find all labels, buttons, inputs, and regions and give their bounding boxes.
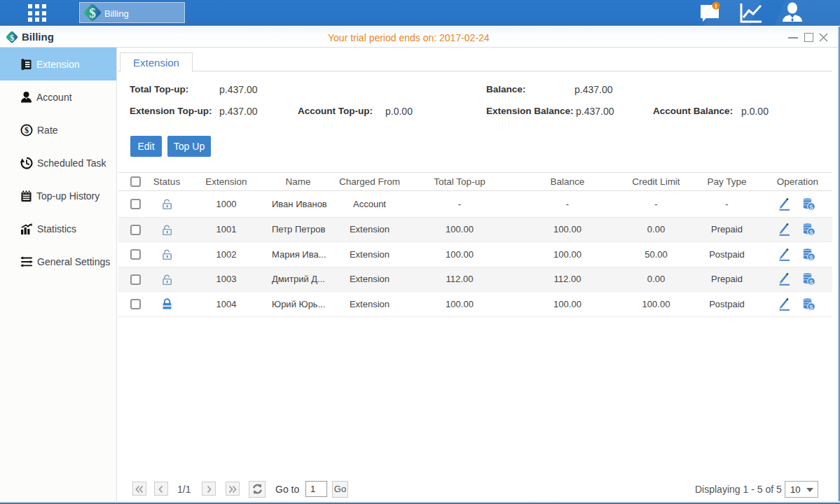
- svg-text:$: $: [809, 253, 813, 260]
- svg-text:$: $: [10, 33, 14, 43]
- svg-text:!: !: [715, 2, 717, 10]
- svg-text:$: $: [25, 125, 29, 135]
- svg-text:$: $: [809, 302, 813, 310]
- svg-text:$: $: [89, 6, 96, 20]
- svg-text:$: $: [809, 278, 813, 286]
- svg-text:$: $: [809, 202, 813, 210]
- svg-text:$: $: [809, 228, 813, 236]
